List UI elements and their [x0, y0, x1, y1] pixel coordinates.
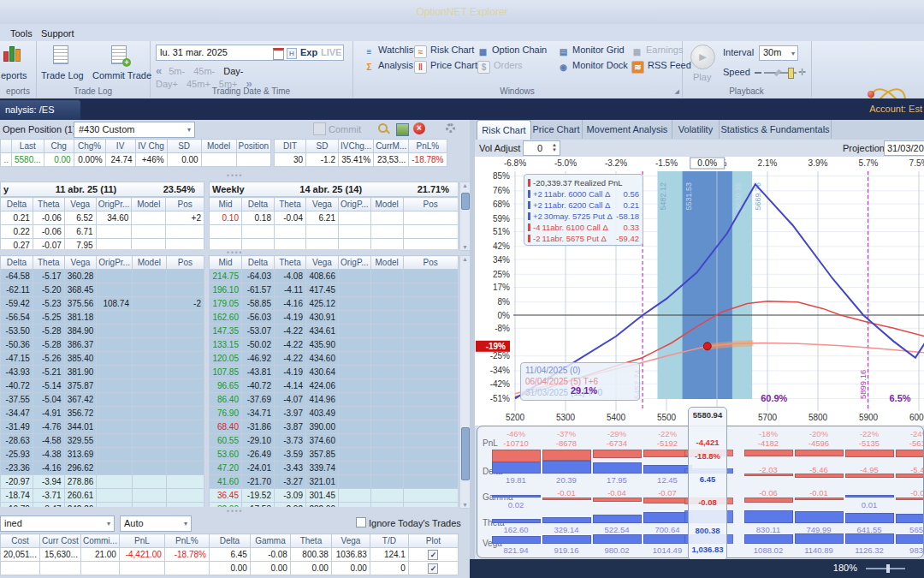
cell[interactable]: [370, 225, 403, 239]
cell[interactable]: 385.40: [64, 352, 97, 366]
splitter-handle[interactable]: ▪▪▪▪: [214, 171, 257, 179]
chain-left-row[interactable]: -18.74-3.71260.61: [1, 489, 204, 503]
cell[interactable]: -18.74: [1, 489, 33, 503]
cell[interactable]: -4.08: [275, 270, 306, 283]
cell[interactable]: [370, 283, 403, 297]
cell[interactable]: 0.00: [331, 562, 370, 575]
cell[interactable]: 20,051...: [1, 548, 40, 562]
cell[interactable]: 0.21: [1, 212, 33, 225]
cell[interactable]: [275, 239, 306, 250]
cell[interactable]: [166, 225, 204, 239]
chain-right-row[interactable]: 47.20-24.01-3.43339.74: [210, 462, 459, 475]
tab-statistics-fundamentals[interactable]: Statistics & Fundamentals: [720, 120, 832, 139]
cell[interactable]: [97, 352, 133, 366]
cell[interactable]: -56.03: [242, 311, 275, 325]
gear-icon[interactable]: [446, 123, 455, 133]
cell[interactable]: 0.22: [1, 225, 33, 239]
cell[interactable]: 34.60: [96, 212, 132, 225]
cell[interactable]: [166, 434, 204, 448]
weekly-right-row[interactable]: 0.100.18-0.046.21: [210, 212, 459, 225]
cell[interactable]: [403, 475, 458, 489]
cell[interactable]: -4.38: [33, 448, 64, 462]
nav-day[interactable]: Day-: [223, 66, 243, 76]
cell[interactable]: 30: [275, 153, 306, 167]
col-header-model[interactable]: Model: [370, 256, 403, 270]
ignore-trades-checkbox[interactable]: Ignore Today's Trades: [356, 517, 461, 529]
cell[interactable]: -53.50: [1, 325, 33, 338]
cell[interactable]: [97, 489, 133, 503]
cell[interactable]: [370, 475, 403, 489]
chain-right-row[interactable]: 36.45-19.52-3.09301.45: [210, 489, 459, 503]
cell[interactable]: [166, 475, 204, 489]
cell[interactable]: 108.74: [97, 297, 133, 311]
mode-dropdown[interactable]: Auto ▾: [120, 515, 192, 532]
cell[interactable]: 356.72: [64, 407, 97, 420]
cell[interactable]: -3.73: [275, 434, 306, 448]
cell[interactable]: -5.23: [33, 297, 64, 311]
chain-right-row[interactable]: 179.05-58.85-4.16425.12: [210, 297, 459, 311]
col-header-pnl[interactable]: PnL: [119, 534, 164, 548]
cell[interactable]: [132, 239, 166, 250]
chain-left-row[interactable]: -40.72-5.14375.87: [1, 379, 204, 393]
cell[interactable]: 24.74: [105, 153, 135, 167]
cell[interactable]: -50.36: [1, 338, 33, 352]
cell[interactable]: -3.47: [33, 503, 64, 508]
cell[interactable]: 375.87: [64, 379, 97, 393]
chain-left-row[interactable]: -59.42-5.23375.56108.74-2: [1, 297, 204, 311]
col-header-chg[interactable]: Chg%: [74, 140, 105, 153]
cell[interactable]: -3.71: [33, 489, 64, 503]
col-header-pnl[interactable]: PnL%: [409, 140, 447, 153]
windows-button-option-chain[interactable]: ▦Option Chain: [477, 45, 547, 57]
cell[interactable]: [403, 366, 458, 379]
cell[interactable]: [339, 420, 371, 434]
cell[interactable]: [132, 338, 166, 352]
cell[interactable]: [97, 393, 133, 407]
chain-left-row[interactable]: -25.93-4.38313.69: [1, 448, 204, 462]
cell[interactable]: [339, 352, 371, 366]
col-header-cost[interactable]: Cost: [1, 534, 40, 548]
col-header-commi[interactable]: Commi...: [80, 534, 119, 548]
chain-left-row[interactable]: -28.63-4.58329.55: [1, 434, 204, 448]
weekly-right-row[interactable]: [210, 225, 459, 239]
cell[interactable]: -34.71: [242, 407, 275, 420]
cell[interactable]: 6.52: [64, 212, 96, 225]
cell[interactable]: -2.92: [275, 503, 306, 508]
cell[interactable]: [370, 462, 403, 475]
cell[interactable]: [370, 407, 403, 420]
cell[interactable]: -59.42: [1, 297, 33, 311]
col-header-delta[interactable]: Delta: [1, 198, 33, 212]
cell[interactable]: 0.00: [250, 562, 290, 575]
cell[interactable]: 0.00%: [74, 153, 105, 167]
menu-tools[interactable]: Tools: [5, 27, 38, 40]
tab-price-chart[interactable]: Price Chart: [530, 120, 583, 139]
cell[interactable]: [403, 297, 458, 311]
cell[interactable]: [97, 434, 133, 448]
cell[interactable]: 0.18: [242, 212, 275, 225]
cell[interactable]: -3.43: [275, 462, 306, 475]
cell[interactable]: [370, 325, 403, 338]
cell[interactable]: -0.06: [33, 225, 64, 239]
cell[interactable]: -4.07: [275, 393, 306, 407]
cell[interactable]: [132, 366, 166, 379]
col-header-currm[interactable]: CurrM...: [374, 140, 409, 153]
cell[interactable]: 384.90: [64, 325, 97, 338]
cell[interactable]: 23,53...: [374, 153, 409, 167]
chain-right-row[interactable]: 53.60-26.49-3.59357.85: [210, 448, 459, 462]
windows-button-monitor-dock[interactable]: ◉Monitor Dock: [558, 60, 628, 73]
zoom-slider-thumb[interactable]: [886, 564, 890, 573]
cell[interactable]: 417.45: [306, 283, 339, 297]
trading-date-input[interactable]: lu. 31 mar. 2025 H Exp LIVE: [156, 45, 344, 61]
cell[interactable]: 36.45: [210, 489, 242, 503]
cell[interactable]: 120.05: [210, 352, 242, 366]
search-icon[interactable]: [377, 122, 390, 135]
projection-date-input[interactable]: 31/03/202: [884, 140, 924, 156]
play-button-icon[interactable]: ▶: [690, 45, 715, 69]
cell[interactable]: [166, 393, 204, 407]
col-header-vega[interactable]: Vega: [331, 534, 370, 548]
cell[interactable]: [339, 270, 371, 283]
cell[interactable]: -4.58: [33, 434, 64, 448]
cell[interactable]: [97, 462, 133, 475]
chain-right-row[interactable]: 76.90-34.71-3.97403.49: [210, 407, 459, 420]
cell[interactable]: [166, 283, 204, 297]
cell[interactable]: 107.85: [210, 366, 242, 379]
